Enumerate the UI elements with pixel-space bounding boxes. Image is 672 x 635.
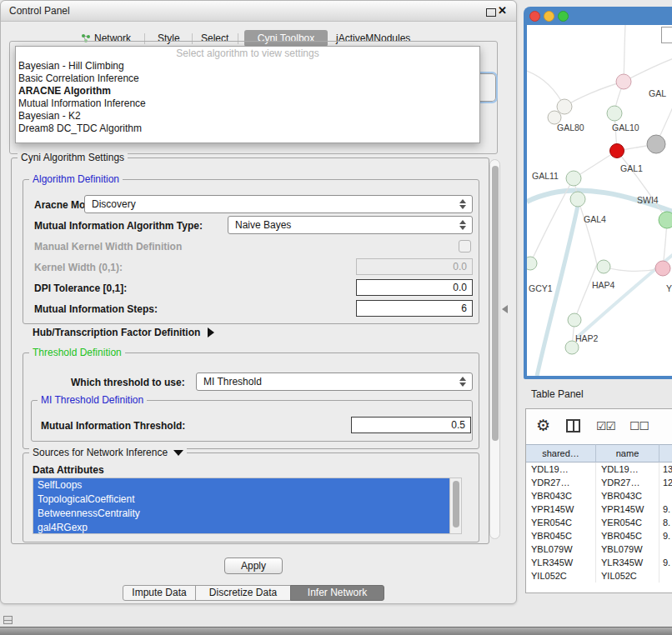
node[interactable] [566,171,581,186]
node[interactable] [597,260,610,273]
which-threshold-label: Which threshold to use: [71,377,185,388]
node-label: HAP4 [592,280,615,290]
column-header-extra[interactable] [659,444,672,462]
zoom-traffic-light[interactable] [558,11,569,22]
dpi-tolerance-label: DPI Tolerance [0,1]: [34,282,127,294]
list-item[interactable]: SelfLoops [33,478,454,492]
node-label: GAL1 [620,163,643,173]
list-item[interactable]: gal4RGexp [33,521,454,534]
network-canvas[interactable]: GAL GAL80 GAL10 GAL11 GAL1 SWI4 GAL4 GCY… [527,25,672,376]
dropdown-placeholder: Select algorithm to view settings [16,47,479,60]
threshold-definition-title: Threshold Definition [29,347,125,358]
which-threshold-value: MI Threshold [197,376,456,388]
list-item[interactable]: BetweennessCentrality [33,507,454,521]
aracne-mode-combo[interactable]: Discovery [84,195,473,213]
cyni-algorithm-settings-title: Cyni Algorithm Settings [18,152,128,163]
hub-section-label: Hub/Transcription Factor Definition [33,327,200,338]
dpi-tolerance-field[interactable]: 0.0 [356,279,473,296]
node-label: GAL11 [532,171,559,181]
sources-title-row[interactable]: Sources for Network Inference [29,447,187,458]
apply-button[interactable]: Apply [224,558,283,574]
mi-steps-label: Mutual Information Steps: [34,303,158,315]
table-cell: YER054C [526,516,596,529]
mi-type-combo[interactable]: Naive Bayes [228,216,473,234]
kernel-width-field: 0.0 [356,258,473,275]
table-cell: YDL19… [596,462,659,476]
menu-item-selected[interactable]: ARACNE Algorithm [16,85,479,98]
table-cell: YER054C [596,516,659,529]
table-cell: YDR27… [596,476,659,489]
table-cell [659,542,672,556]
node-pink[interactable] [655,261,670,276]
table-cell: YIL052C [596,569,659,582]
mi-steps-field[interactable]: 6 [356,300,473,317]
table-cell: YBR043C [596,489,659,502]
tab-discretize-data[interactable]: Discretize Data [195,585,291,601]
table-cell: 13 [659,462,672,476]
float-icon[interactable] [486,8,496,17]
table-cell: YLR345W [596,556,659,569]
node[interactable] [557,99,572,114]
mi-threshold-field[interactable]: 0.5 [351,417,471,433]
close-icon[interactable]: ✕ [498,4,507,17]
table-cell: YBL079W [596,542,659,556]
list-item[interactable]: TopologicalCoefficient [33,492,454,507]
desktop: Control Panel ✕ Network Style Select Cyn… [0,0,672,635]
control-panel-titlebar[interactable]: Control Panel ✕ [1,1,516,22]
list-scrollbar-thumb[interactable] [453,481,459,528]
menu-item[interactable]: Mutual Information Inference [16,98,479,110]
menu-item[interactable]: Bayesian - K2 [16,110,479,122]
combo-arrows-icon [456,377,469,387]
canvas-toolbar-fragment [661,27,672,43]
table-cell: YBR045C [526,529,596,542]
table-toolbar: ⚙ ☑☑ ☐☐ [526,409,672,445]
mi-threshold-group-title: MI Threshold Definition [38,394,147,406]
menu-item[interactable]: Basic Correlation Inference [16,72,479,85]
panel-grid-icon[interactable] [3,616,13,624]
which-threshold-combo[interactable]: MI Threshold [196,372,473,391]
menu-item[interactable]: Dream8 DC_TDC Algorithm [16,122,479,135]
node-label: GAL10 [612,122,639,132]
deselect-all-checkboxes-icon[interactable]: ☐☐ [629,419,649,432]
table-cell: 9. [659,529,672,542]
tab-impute-data[interactable]: Impute Data [123,585,196,601]
column-header-shared-name[interactable]: shared… [526,444,596,462]
select-all-checkboxes-icon[interactable]: ☑☑ [596,419,615,432]
gear-icon[interactable]: ⚙ [536,416,550,435]
kernel-width-label: Kernel Width (0,1): [34,262,123,273]
column-header-name[interactable]: name [596,444,659,462]
table-cell: 8. [659,516,672,529]
table-panel: ⚙ ☑☑ ☐☐ shared… name YDL19… YDL19… 13 YD… [525,408,672,593]
settings-scrollbar-thumb[interactable] [492,166,499,441]
node[interactable] [607,106,622,121]
node[interactable] [568,313,581,327]
algorithm-definition-title: Algorithm Definition [29,173,123,185]
hub-section-header[interactable]: Hub/Transcription Factor Definition [33,327,214,338]
node-gray[interactable] [647,135,665,153]
collapse-down-icon [173,450,183,456]
mi-type-label: Mutual Information Algorithm Type: [34,220,203,232]
close-traffic-light[interactable] [529,11,540,22]
table-cell [659,569,672,582]
columns-icon[interactable] [566,419,580,432]
network-view-window: GAL GAL80 GAL10 GAL11 GAL1 SWI4 GAL4 GCY… [524,7,672,379]
tab-infer-network[interactable]: Infer Network [290,585,384,601]
node[interactable] [616,74,631,89]
edge [577,243,672,338]
node[interactable] [659,212,672,228]
node[interactable] [527,257,537,270]
mi-threshold-label: Mutual Information Threshold: [41,420,185,432]
table-cell: YLR345W [526,556,596,569]
node[interactable] [570,192,585,207]
panel-splitter-arrow[interactable] [502,305,508,313]
table-cell: 12 [659,476,672,489]
minimize-traffic-light[interactable] [544,11,554,22]
menu-item[interactable]: Bayesian - Hill Climbing [16,60,479,72]
data-attributes-list[interactable]: SelfLoops TopologicalCoefficient Between… [33,478,462,534]
node-label: GAL [649,88,666,98]
table-cell: YBR043C [526,489,596,502]
table-cell: 9. [659,556,672,569]
node-red[interactable] [610,144,624,158]
algorithm-dropdown-popup: Select algorithm to view settings Bayesi… [15,46,480,143]
table-cell [659,489,672,502]
